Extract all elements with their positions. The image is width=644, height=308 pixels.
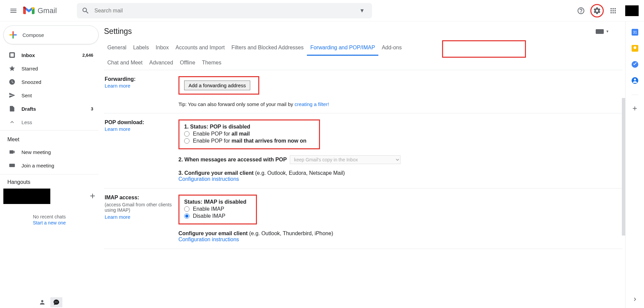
- forwarding-label: Forwarding:: [105, 76, 178, 82]
- settings-tabs: General Labels Inbox Accounts and Import…: [104, 41, 623, 70]
- side-panel: 31 +: [625, 21, 644, 308]
- pop-config-link[interactable]: Configuration instructions: [178, 176, 623, 182]
- send-icon: [9, 92, 15, 99]
- svg-point-8: [634, 79, 636, 81]
- forwarding-learn-more[interactable]: Learn more: [105, 83, 130, 89]
- svg-text:31: 31: [633, 30, 637, 34]
- add-forwarding-button[interactable]: Add a forwarding address: [184, 81, 250, 90]
- pop-highlight-box: 1. Status: POP is disabled Enable POP fo…: [178, 119, 320, 149]
- add-apps-icon[interactable]: +: [631, 105, 639, 113]
- sidebar-sent[interactable]: Sent: [0, 89, 99, 102]
- pop-enable-all[interactable]: Enable POP for all mail: [184, 131, 306, 137]
- gmail-logo-icon: [23, 6, 35, 15]
- main-content: Settings ▼ General Labels Inbox Accounts…: [99, 21, 625, 308]
- hangouts-add-icon[interactable]: +: [90, 191, 99, 201]
- sidebar-drafts[interactable]: Drafts 3: [0, 102, 99, 115]
- panel-collapse-icon[interactable]: [632, 296, 638, 304]
- scrollbar[interactable]: [622, 98, 625, 236]
- video-icon: [9, 149, 15, 155]
- tab-labels[interactable]: Labels: [130, 41, 152, 56]
- help-icon[interactable]: [574, 4, 588, 17]
- meet-section-title: Meet: [0, 131, 99, 145]
- pop-section: POP download: Learn more 1. Status: POP …: [104, 113, 623, 189]
- gmail-logo[interactable]: Gmail: [23, 6, 57, 15]
- sidebar-starred[interactable]: Starred: [0, 62, 99, 75]
- page-title: Settings: [104, 27, 132, 36]
- keep-app-icon[interactable]: [631, 44, 639, 52]
- pop-label: POP download:: [105, 119, 178, 125]
- hangouts-account[interactable]: [3, 189, 50, 204]
- google-apps-icon[interactable]: [606, 4, 620, 17]
- sidebar-snoozed[interactable]: Snoozed: [0, 75, 99, 89]
- tab-themes[interactable]: Themes: [199, 56, 225, 70]
- imap-disable-radio[interactable]: [184, 213, 190, 219]
- pop-enable-now[interactable]: Enable POP for mail that arrives from no…: [184, 138, 306, 144]
- clock-icon: [9, 79, 15, 85]
- tab-addons[interactable]: Add-ons: [378, 41, 405, 56]
- imap-section: IMAP access: (access Gmail from other cl…: [104, 189, 623, 249]
- pop-action-select[interactable]: keep Gmail's copy in the Inbox: [290, 155, 400, 164]
- start-chat-link[interactable]: Start a new one: [0, 220, 99, 225]
- pop-enable-all-radio[interactable]: [184, 131, 190, 137]
- account-avatar[interactable]: [625, 5, 639, 16]
- calendar-app-icon[interactable]: 31: [631, 28, 639, 36]
- star-icon: [9, 65, 15, 72]
- sidebar: Compose Inbox 2,646 Starred Snoozed Sent…: [0, 21, 99, 308]
- tasks-app-icon[interactable]: [631, 60, 639, 68]
- contacts-app-icon[interactable]: [631, 76, 639, 85]
- settings-gear-icon[interactable]: [590, 4, 604, 17]
- file-icon: [9, 105, 15, 112]
- compose-label: Compose: [22, 32, 44, 38]
- pop-step2-label: 2. When messages are accessed with POP: [178, 157, 287, 162]
- tab-offline[interactable]: Offline: [176, 56, 199, 70]
- sidebar-inbox[interactable]: Inbox 2,646: [0, 48, 99, 62]
- create-filter-link[interactable]: creating a filter!: [294, 101, 329, 107]
- keyboard-icon: [9, 162, 15, 169]
- forwarding-tip-text: Tip: You can also forward only some of y…: [178, 101, 294, 107]
- tab-general[interactable]: General: [104, 41, 130, 56]
- imap-enable[interactable]: Enable IMAP: [184, 206, 247, 212]
- search-box[interactable]: ▼: [77, 3, 372, 18]
- imap-learn-more[interactable]: Learn more: [105, 214, 130, 220]
- gmail-brand-text: Gmail: [38, 6, 57, 15]
- forwarding-section: Forwarding: Learn more Add a forwarding …: [104, 70, 623, 113]
- imap-label: IMAP access:: [105, 195, 178, 201]
- input-tool-selector[interactable]: ▼: [596, 29, 609, 34]
- search-input[interactable]: [94, 8, 357, 14]
- tab-filters[interactable]: Filters and Blocked Addresses: [228, 41, 307, 56]
- chat-tab-icon[interactable]: [50, 297, 62, 307]
- svg-rect-1: [596, 29, 604, 34]
- keyboard-small-icon: [596, 29, 604, 34]
- pop-learn-more[interactable]: Learn more: [105, 126, 130, 132]
- pop-status: POP is disabled: [210, 124, 250, 130]
- sidebar-less[interactable]: Less: [0, 115, 99, 129]
- new-meeting[interactable]: New meeting: [0, 145, 99, 159]
- header: Gmail ▼: [0, 0, 644, 21]
- imap-enable-radio[interactable]: [184, 206, 190, 212]
- hangouts-title: Hangouts: [7, 179, 31, 185]
- tab-accounts[interactable]: Accounts and Import: [172, 41, 228, 56]
- imap-disable[interactable]: Disable IMAP: [184, 213, 247, 219]
- imap-highlight-box: Status: IMAP is disabled Enable IMAP Dis…: [178, 195, 257, 224]
- add-forwarding-highlight: Add a forwarding address: [178, 76, 259, 95]
- tab-inbox[interactable]: Inbox: [152, 41, 172, 56]
- main-menu-icon[interactable]: [5, 3, 21, 19]
- tab-chat[interactable]: Chat and Meet: [104, 56, 146, 70]
- search-icon: [82, 7, 90, 15]
- compose-button[interactable]: Compose: [3, 25, 99, 44]
- pop-enable-now-radio[interactable]: [184, 138, 190, 144]
- no-chats-text: No recent chats: [0, 214, 99, 219]
- tab-advanced[interactable]: Advanced: [146, 56, 176, 70]
- imap-config-link[interactable]: Configuration instructions: [178, 237, 623, 243]
- tab-highlight-annotation: [442, 40, 526, 58]
- people-tab-icon[interactable]: [36, 297, 48, 307]
- inbox-icon: [9, 52, 15, 58]
- join-meeting[interactable]: Join a meeting: [0, 159, 99, 172]
- plus-icon: [8, 30, 18, 40]
- svg-rect-0: [9, 164, 15, 167]
- chevron-up-icon: [9, 119, 15, 125]
- search-options-icon[interactable]: ▼: [357, 8, 368, 14]
- svg-point-5: [634, 46, 636, 49]
- tab-forwarding[interactable]: Forwarding and POP/IMAP: [307, 41, 378, 56]
- imap-status: IMAP is disabled: [204, 199, 247, 205]
